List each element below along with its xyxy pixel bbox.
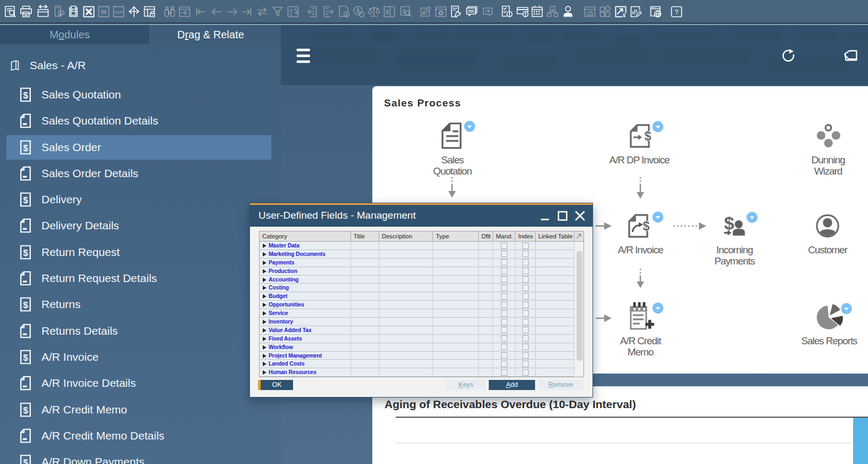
svg-text:Quotation: Quotation xyxy=(433,165,472,177)
svg-text:Payments: Payments xyxy=(714,255,755,267)
svg-text:A/R DP Invoice: A/R DP Invoice xyxy=(609,154,670,165)
svg-text:$: $ xyxy=(23,405,28,415)
svg-text:Incoming: Incoming xyxy=(716,244,753,255)
svg-text:Memo: Memo xyxy=(628,346,654,358)
svg-text:A/R Invoice: A/R Invoice xyxy=(617,244,663,255)
svg-text:Customer: Customer xyxy=(808,244,848,255)
svg-text:Sales Reports: Sales Reports xyxy=(801,335,857,346)
svg-text:$: $ xyxy=(23,352,28,362)
svg-text:Sales: Sales xyxy=(441,154,464,165)
svg-text:Dunning: Dunning xyxy=(811,154,845,165)
svg-text:$: $ xyxy=(645,129,652,143)
svg-text:$: $ xyxy=(23,247,28,257)
svg-text:$: $ xyxy=(23,458,28,464)
svg-text:$: $ xyxy=(643,219,650,233)
svg-text:A/R Credit: A/R Credit xyxy=(620,335,662,346)
svg-text:$: $ xyxy=(724,213,735,233)
svg-text:Wizard: Wizard xyxy=(814,165,842,177)
svg-text:$: $ xyxy=(23,143,28,152)
svg-text:$: $ xyxy=(23,195,28,205)
svg-text:$: $ xyxy=(23,300,28,310)
svg-text:$: $ xyxy=(23,90,28,100)
